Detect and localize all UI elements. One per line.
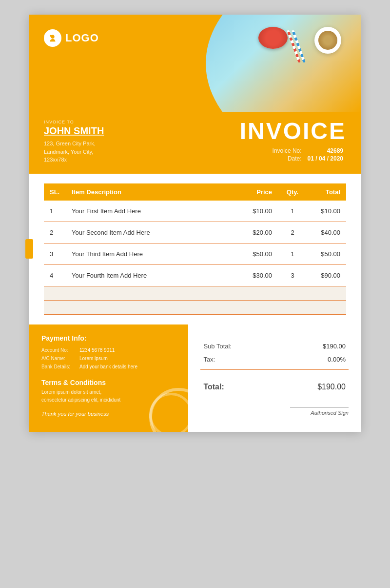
address-line2: Landmark, Your City, bbox=[44, 148, 104, 156]
tax-value: 0.00% bbox=[281, 353, 348, 365]
account-value: 1234 5678 9011 bbox=[79, 346, 115, 354]
table-row-1: 1 Your First Item Add Here $10.00 1 $10.… bbox=[44, 201, 346, 222]
food-decoration bbox=[249, 20, 346, 98]
row-price: $10.00 bbox=[239, 201, 278, 222]
invoice-no-label: Invoice No: bbox=[270, 147, 305, 155]
logo-svg bbox=[47, 33, 58, 43]
payment-account-row: Account No: 1234 5678 9011 bbox=[41, 346, 176, 354]
row-qty: 1 bbox=[278, 243, 307, 264]
row-sl: 1 bbox=[44, 201, 66, 222]
table-row-3: 3 Your Third Item Add Here $50.00 1 $50.… bbox=[44, 243, 346, 264]
grand-total-table: Total: $190.00 bbox=[200, 378, 349, 395]
logo-area: LOGO bbox=[44, 29, 99, 47]
items-table: SL. Item Description Price Qty. Total 1 … bbox=[44, 183, 346, 315]
row-price: $30.00 bbox=[239, 264, 278, 286]
invoice-meta-table: Invoice No: 42689 Date: 01 / 04 / 2020 bbox=[270, 147, 346, 162]
row-desc: Your Fourth Item Add Here bbox=[66, 264, 239, 286]
table-section: SL. Item Description Price Qty. Total 1 … bbox=[29, 174, 361, 324]
grand-total-value: $190.00 bbox=[265, 379, 348, 394]
header-photo bbox=[178, 15, 361, 112]
payment-acname-row: A/C Name: Lorem ipsum bbox=[41, 354, 176, 363]
row-sl: 4 bbox=[44, 264, 66, 286]
payment-info: Account No: 1234 5678 9011 A/C Name: Lor… bbox=[41, 346, 176, 371]
invoice-date-value: 01 / 04 / 2020 bbox=[305, 155, 346, 162]
grand-total-row: Total: $190.00 bbox=[201, 379, 348, 394]
footer-left: Payment Info: Account No: 1234 5678 9011… bbox=[29, 324, 188, 432]
row-total: $50.00 bbox=[307, 243, 346, 264]
header-left: LOGO bbox=[44, 29, 99, 47]
client-name: JOHN SMITH bbox=[44, 125, 104, 137]
row-qty: 2 bbox=[278, 222, 307, 243]
table-row-4: 4 Your Fourth Item Add Here $30.00 3 $90… bbox=[44, 264, 346, 286]
invoice-to-section: INVOICE TO JOHN SMITH 123, Green City Pa… bbox=[44, 120, 104, 164]
side-tab bbox=[25, 239, 33, 259]
row-total: $90.00 bbox=[307, 264, 346, 286]
logo-text: LOGO bbox=[65, 32, 99, 44]
totals-divider bbox=[200, 369, 349, 370]
invoice-title-section: INVOICE Invoice No: 42689 Date: 01 / 04 … bbox=[240, 120, 346, 162]
row-qty: 3 bbox=[278, 264, 307, 286]
svg-point-1 bbox=[50, 35, 52, 37]
bank-value: Add your bank details here bbox=[79, 363, 137, 371]
authorised-sign-label: Authorised Sign bbox=[311, 410, 349, 416]
payment-bank-row: Bank Details: Add your bank details here bbox=[41, 363, 176, 371]
invoice-date-label: Date: bbox=[270, 155, 305, 162]
invoice-to-label: INVOICE TO bbox=[44, 120, 104, 124]
address-line3: 123xx78x bbox=[44, 156, 104, 164]
header-description: Item Description bbox=[66, 183, 239, 201]
row-sl: 3 bbox=[44, 243, 66, 264]
terms-text: Lorem ipsum dolor sit amet, consectetur … bbox=[41, 388, 176, 404]
bank-label: Bank Details: bbox=[41, 363, 77, 371]
header-price: Price bbox=[239, 183, 278, 201]
ac-name-value: Lorem ipsum bbox=[79, 354, 108, 363]
row-desc: Your First Item Add Here bbox=[66, 201, 239, 222]
invoice-meta: Invoice No: 42689 Date: 01 / 04 / 2020 bbox=[240, 147, 346, 162]
row-total: $10.00 bbox=[307, 201, 346, 222]
table-row-2: 2 Your Second Item Add Here $20.00 2 $40… bbox=[44, 222, 346, 243]
row-desc: Your Third Item Add Here bbox=[66, 243, 239, 264]
row-price: $50.00 bbox=[239, 243, 278, 264]
row-total: $40.00 bbox=[307, 222, 346, 243]
subtotal-row: Sub Total: $190.00 bbox=[201, 340, 348, 352]
footer-section: Payment Info: Account No: 1234 5678 9011… bbox=[29, 324, 361, 432]
invoice-no-row: Invoice No: 42689 bbox=[270, 147, 346, 155]
coffee-cup-icon bbox=[314, 27, 341, 54]
address-line1: 123, Green City Park, bbox=[44, 140, 104, 148]
client-address: 123, Green City Park, Landmark, Your Cit… bbox=[44, 140, 104, 164]
logo-icon bbox=[44, 29, 61, 47]
header-qty: Qty. bbox=[278, 183, 307, 201]
grand-total-label: Total: bbox=[201, 379, 264, 394]
table-row-empty1 bbox=[44, 286, 346, 300]
row-price: $20.00 bbox=[239, 222, 278, 243]
terms-title: Terms & Conditions bbox=[41, 379, 176, 386]
table-row-empty2 bbox=[44, 300, 346, 314]
payment-title: Payment Info: bbox=[41, 334, 176, 342]
sign-area: Authorised Sign bbox=[200, 405, 349, 416]
coffee-inner bbox=[318, 31, 337, 50]
row-qty: 1 bbox=[278, 201, 307, 222]
subtotal-value: $190.00 bbox=[281, 340, 348, 352]
sign-line bbox=[290, 407, 349, 408]
tax-label: Tax: bbox=[201, 353, 280, 365]
tax-row: Tax: 0.00% bbox=[201, 353, 348, 365]
table-body: 1 Your First Item Add Here $10.00 1 $10.… bbox=[44, 201, 346, 315]
footer-right: Sub Total: $190.00 Tax: 0.00% Total: $19… bbox=[188, 324, 361, 432]
subtotal-label: Sub Total: bbox=[201, 340, 280, 352]
table-header: SL. Item Description Price Qty. Total bbox=[44, 183, 346, 201]
invoice-main-title: INVOICE bbox=[240, 120, 346, 143]
invoice-header: LOGO bbox=[29, 15, 361, 112]
info-band: INVOICE TO JOHN SMITH 123, Green City Pa… bbox=[29, 112, 361, 174]
account-label: Account No: bbox=[41, 346, 77, 354]
row-desc: Your Second Item Add Here bbox=[66, 222, 239, 243]
totals-table: Sub Total: $190.00 Tax: 0.00% bbox=[200, 339, 349, 366]
invoice-date-row: Date: 01 / 04 / 2020 bbox=[270, 155, 346, 162]
invoice-document: LOGO INVOICE TO JOHN SMITH 123, Green Ci… bbox=[29, 15, 361, 432]
row-sl: 2 bbox=[44, 222, 66, 243]
header-total: Total bbox=[307, 183, 346, 201]
invoice-no-value: 42689 bbox=[305, 147, 346, 155]
ac-name-label: A/C Name: bbox=[41, 354, 77, 363]
header-sl: SL. bbox=[44, 183, 66, 201]
table-header-row: SL. Item Description Price Qty. Total bbox=[44, 183, 346, 201]
strawberry-bowl-icon bbox=[258, 27, 288, 49]
